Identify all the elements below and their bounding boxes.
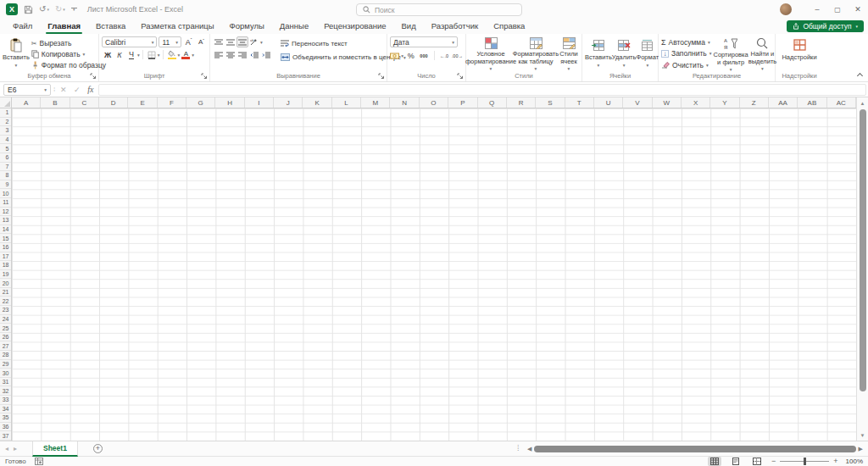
add-sheet-button[interactable]: + xyxy=(93,444,103,453)
row-header-20[interactable]: 20 xyxy=(0,279,11,288)
italic-button[interactable]: К xyxy=(114,49,125,60)
tab-page-layout[interactable]: Разметка страницы xyxy=(133,21,221,34)
row-header-34[interactable]: 34 xyxy=(0,405,11,414)
orientation-button[interactable]: ab xyxy=(248,36,260,47)
vertical-scroll-thumb[interactable] xyxy=(860,109,866,391)
redo-dropdown-icon[interactable]: ▾ xyxy=(63,8,65,12)
column-header-p[interactable]: P xyxy=(448,97,477,108)
comma-button[interactable]: 000 xyxy=(418,50,429,61)
percent-button[interactable]: % xyxy=(405,50,416,61)
row-header-29[interactable]: 29 xyxy=(0,360,11,369)
row-header-26[interactable]: 26 xyxy=(0,333,11,342)
row-header-13[interactable]: 13 xyxy=(0,216,11,225)
cell-styles-button[interactable]: Стили ячеек▾ xyxy=(559,36,579,70)
enter-icon[interactable]: ✓ xyxy=(71,86,82,94)
tab-scroll-divider[interactable]: ⁞ xyxy=(517,444,519,452)
row-header-24[interactable]: 24 xyxy=(0,315,11,325)
column-header-ac[interactable]: AC xyxy=(827,97,856,108)
number-format-select[interactable]: Дата▾ xyxy=(390,36,458,47)
autosum-dropdown-icon[interactable]: ▾ xyxy=(708,40,710,45)
borders-button[interactable] xyxy=(146,49,158,60)
name-box[interactable]: E6▾ xyxy=(3,84,51,96)
column-header-b[interactable]: B xyxy=(41,97,70,108)
row-header-36[interactable]: 36 xyxy=(0,423,11,432)
increase-font-button[interactable]: Аˆ xyxy=(183,36,194,47)
share-button[interactable]: Общий доступ ▾ xyxy=(787,20,864,32)
maximize-button[interactable]: ▢ xyxy=(827,0,848,19)
view-normal-button[interactable] xyxy=(708,457,721,466)
macro-record-icon[interactable] xyxy=(35,458,43,465)
column-header-n[interactable]: N xyxy=(390,97,419,108)
column-header-aa[interactable]: AA xyxy=(769,97,798,108)
scroll-down-button[interactable]: ▼ xyxy=(860,430,865,441)
column-header-y[interactable]: Y xyxy=(710,97,739,108)
column-header-s[interactable]: S xyxy=(536,97,565,108)
paste-dropdown-icon[interactable]: ▾ xyxy=(15,62,18,69)
row-header-23[interactable]: 23 xyxy=(0,306,11,315)
minimize-button[interactable]: – xyxy=(807,0,827,19)
row-header-19[interactable]: 19 xyxy=(0,270,11,280)
undo-dropdown-icon[interactable]: ▾ xyxy=(47,8,49,12)
row-header-2[interactable]: 2 xyxy=(0,118,11,127)
zoom-level[interactable]: 100% xyxy=(846,458,863,465)
zoom-slider[interactable] xyxy=(780,461,829,462)
column-header-d[interactable]: D xyxy=(99,97,128,108)
clear-dropdown-icon[interactable]: ▾ xyxy=(706,63,709,68)
align-top-button[interactable] xyxy=(213,36,225,47)
tab-review[interactable]: Рецензирование xyxy=(316,21,393,34)
clipboard-dialog-launcher[interactable] xyxy=(89,72,97,80)
increase-decimal-button[interactable]: ←.0 xyxy=(439,50,450,61)
row-header-30[interactable]: 30 xyxy=(0,369,11,378)
row-header-15[interactable]: 15 xyxy=(0,234,11,243)
fill-button[interactable]: ↓Заполнить▾ xyxy=(661,48,712,58)
decrease-decimal-button[interactable]: .00→ xyxy=(452,50,463,61)
fill-dropdown-icon[interactable]: ▾ xyxy=(709,51,712,56)
underline-dropdown-icon[interactable]: ▾ xyxy=(137,53,140,58)
copy-dropdown-icon[interactable]: ▾ xyxy=(83,52,86,57)
delete-cells-dropdown-icon[interactable]: ▾ xyxy=(623,62,626,69)
underline-button[interactable]: Ч xyxy=(125,49,137,60)
delete-cells-button[interactable]: Удалить▾ xyxy=(612,36,637,70)
column-header-z[interactable]: Z xyxy=(740,97,769,108)
row-header-22[interactable]: 22 xyxy=(0,297,11,306)
scroll-up-button[interactable]: ▲ xyxy=(860,97,865,108)
redo-icon[interactable]: ↻▾ xyxy=(55,5,65,14)
formula-input[interactable] xyxy=(98,84,866,96)
decrease-indent-button[interactable] xyxy=(248,49,260,60)
column-header-w[interactable]: W xyxy=(653,97,682,108)
insert-cells-dropdown-icon[interactable]: ▾ xyxy=(598,62,600,69)
row-header-8[interactable]: 8 xyxy=(0,171,11,180)
column-header-k[interactable]: K xyxy=(303,97,331,108)
format-cells-button[interactable]: Формат▾ xyxy=(636,36,659,70)
align-left-button[interactable] xyxy=(213,49,225,60)
orientation-dropdown-icon[interactable]: ▾ xyxy=(260,40,263,45)
number-dialog-launcher[interactable] xyxy=(456,72,464,80)
row-header-32[interactable]: 32 xyxy=(0,386,11,396)
row-header-6[interactable]: 6 xyxy=(0,153,11,163)
tab-help[interactable]: Справка xyxy=(486,21,532,34)
column-header-h[interactable]: H xyxy=(215,97,244,108)
horizontal-scroll-thumb[interactable] xyxy=(534,446,855,452)
borders-dropdown-icon[interactable]: ▾ xyxy=(158,53,160,58)
excel-logo-icon[interactable]: X xyxy=(6,3,18,15)
column-header-m[interactable]: M xyxy=(361,97,390,108)
row-header-28[interactable]: 28 xyxy=(0,351,11,360)
row-header-1[interactable]: 1 xyxy=(0,108,11,118)
column-header-g[interactable]: G xyxy=(186,97,215,108)
font-size-select[interactable]: 11▾ xyxy=(159,36,181,47)
cut-button[interactable]: ✂Вырезать xyxy=(31,38,106,48)
column-header-u[interactable]: U xyxy=(594,97,623,108)
row-header-7[interactable]: 7 xyxy=(0,163,11,172)
column-header-r[interactable]: R xyxy=(507,97,536,108)
column-header-o[interactable]: O xyxy=(420,97,448,108)
copy-button[interactable]: Копировать▾ xyxy=(31,49,106,59)
column-header-j[interactable]: J xyxy=(274,97,303,108)
row-header-17[interactable]: 17 xyxy=(0,252,11,262)
sheet-nav-right-icon[interactable]: ▸ xyxy=(8,445,22,452)
paste-button[interactable]: Вставить ▾ xyxy=(3,36,30,70)
format-as-table-button[interactable]: Форматировать как таблицу▾ xyxy=(513,36,559,70)
view-page-layout-button[interactable] xyxy=(729,457,743,466)
view-page-break-button[interactable] xyxy=(750,457,764,466)
row-header-33[interactable]: 33 xyxy=(0,396,11,405)
align-right-button[interactable] xyxy=(236,49,248,60)
